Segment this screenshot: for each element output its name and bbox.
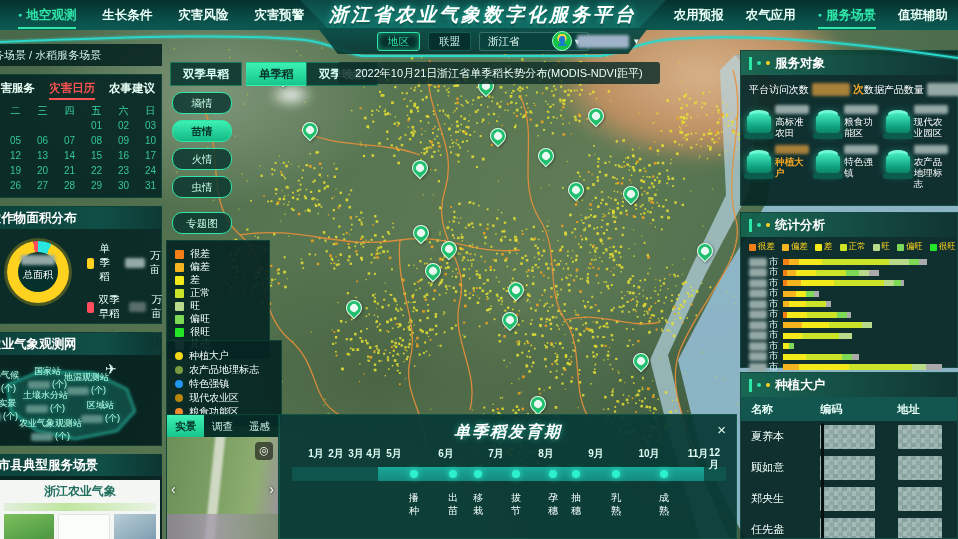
- side-button-墒情[interactable]: 墒情: [172, 92, 232, 114]
- calendar-day[interactable]: 28: [56, 178, 83, 193]
- phenology-stage-dot[interactable]: [474, 470, 482, 478]
- calendar-day[interactable]: 31: [137, 178, 164, 193]
- nav-item-值班辅助[interactable]: 值班辅助: [898, 7, 948, 24]
- calendar-day[interactable]: 12: [2, 148, 29, 163]
- nav-item-地空观测[interactable]: 地空观测: [18, 7, 76, 24]
- photo-next-button[interactable]: ›: [269, 481, 274, 497]
- phenology-stage-dot[interactable]: [572, 470, 580, 478]
- weekday-label: 五: [83, 104, 110, 118]
- photo-tab-遥感[interactable]: 遥感: [241, 415, 278, 437]
- service-card-现代农业园区[interactable]: 现代农业园区: [886, 105, 951, 139]
- calendar-day[interactable]: 02: [110, 118, 137, 133]
- weekday-label: 四: [56, 104, 83, 118]
- service-card-种植大户[interactable]: 种植大户: [747, 145, 812, 189]
- side-button-火情[interactable]: 火情: [172, 148, 232, 170]
- photo-tab-实景[interactable]: 实景: [167, 415, 204, 437]
- user-account[interactable]: 👤 ▾: [552, 31, 639, 51]
- calendar-day[interactable]: 09: [110, 133, 137, 148]
- table-row[interactable]: 任先盎: [741, 514, 957, 539]
- calendar-day[interactable]: 30: [110, 178, 137, 193]
- table-row[interactable]: 顾如意: [741, 452, 957, 483]
- camera-icon[interactable]: ◎: [255, 442, 273, 460]
- phenology-stage-dot[interactable]: [410, 470, 418, 478]
- webpage-maps: [4, 514, 156, 539]
- bar-segment: [814, 291, 819, 297]
- side-button-虫情[interactable]: 虫情: [172, 176, 232, 198]
- stat-bar-row: 市: [749, 320, 949, 331]
- phenology-stage-dot[interactable]: [660, 470, 668, 478]
- calendar-day[interactable]: 07: [56, 133, 83, 148]
- stacked-bar: [783, 259, 950, 265]
- stage-label: 移栽: [471, 491, 485, 517]
- calendar-day[interactable]: 05: [2, 133, 29, 148]
- photo-prev-button[interactable]: ‹: [171, 481, 176, 497]
- side-button-专题图[interactable]: 专题图: [172, 212, 232, 234]
- phenology-stage-dot[interactable]: [612, 470, 620, 478]
- scope-tab-region[interactable]: 地区: [377, 32, 420, 51]
- phenology-stage-dot[interactable]: [549, 470, 557, 478]
- calendar-day[interactable]: 15: [83, 148, 110, 163]
- calendar-day[interactable]: 22: [83, 163, 110, 178]
- weekday-label: 日: [137, 104, 164, 118]
- station-count: (个): [23, 402, 68, 415]
- table-row[interactable]: 夏养本: [741, 421, 957, 452]
- calendar-tab-农事建议[interactable]: 农事建议: [109, 81, 155, 100]
- legend-label: 种植大户: [189, 349, 229, 363]
- calendar-day[interactable]: 14: [56, 148, 83, 163]
- crop-tab-单季稻[interactable]: 单季稻: [246, 62, 307, 86]
- stage-label: 孕穗: [546, 491, 560, 517]
- table-row[interactable]: 郑央生: [741, 483, 957, 514]
- photo-tab-调查[interactable]: 调查: [204, 415, 241, 437]
- calendar-day[interactable]: 03: [137, 118, 164, 133]
- calendar-day[interactable]: 06: [29, 133, 56, 148]
- crop-tab-双季早稻[interactable]: 双季早稻: [170, 62, 242, 86]
- legend-label: 正常: [849, 241, 866, 253]
- embedded-webpage[interactable]: 浙江农业气象: [0, 480, 160, 539]
- service-card-特色强镇[interactable]: 特色强镇: [816, 145, 881, 189]
- nav-item-灾害风险[interactable]: 灾害风险: [178, 7, 228, 24]
- nav-item-农气应用[interactable]: 农气应用: [746, 7, 796, 24]
- table-scrollbar[interactable]: [821, 423, 824, 539]
- service-objects-header: 服务对象: [741, 51, 957, 75]
- webpage-map-thumb2: [114, 514, 156, 539]
- station-label: 区域站: [81, 399, 120, 412]
- marker-legend-item: 种植大户: [175, 349, 273, 362]
- side-button-苗情[interactable]: 苗情: [172, 120, 232, 142]
- calendar-day[interactable]: 08: [83, 133, 110, 148]
- legend-swatch: [87, 258, 94, 269]
- scope-tab-alliance[interactable]: 联盟: [428, 32, 471, 51]
- calendar-day[interactable]: 10: [137, 133, 164, 148]
- nav-item-农用预报[interactable]: 农用预报: [674, 7, 724, 24]
- nav-item-生长条件[interactable]: 生长条件: [102, 7, 152, 24]
- phenology-stage-dot[interactable]: [512, 470, 520, 478]
- service-card-粮食功能区[interactable]: 粮食功能区: [816, 105, 881, 139]
- phenology-stage-dot[interactable]: [449, 470, 457, 478]
- service-card-农产品地理标志[interactable]: 农产品地理标志: [886, 145, 951, 189]
- city-name-blurred: [749, 342, 767, 351]
- nav-item-服务场景[interactable]: 服务场景: [818, 7, 876, 24]
- calendar-day[interactable]: 20: [29, 163, 56, 178]
- calendar-tab-灾害日历[interactable]: 灾害日历: [49, 81, 95, 100]
- calendar-day[interactable]: 01: [83, 118, 110, 133]
- service-card-高标准农田[interactable]: 高标准农田: [747, 105, 812, 139]
- calendar-tab-灾害服务[interactable]: 灾害服务: [0, 81, 35, 100]
- close-icon[interactable]: ×: [717, 421, 726, 438]
- calendar-day[interactable]: 26: [2, 178, 29, 193]
- calendar-day[interactable]: 17: [137, 148, 164, 163]
- calendar-day[interactable]: 21: [56, 163, 83, 178]
- calendar-day[interactable]: 16: [110, 148, 137, 163]
- bar-segment: [789, 343, 794, 349]
- calendar-day[interactable]: 19: [2, 163, 29, 178]
- bar-segment: [852, 354, 859, 360]
- station-count-blurred: [67, 387, 89, 395]
- stacked-bar: [783, 291, 950, 297]
- legend-swatch: [175, 302, 184, 311]
- calendar-day[interactable]: 23: [110, 163, 137, 178]
- calendar-day[interactable]: 29: [83, 178, 110, 193]
- calendar-day[interactable]: 27: [29, 178, 56, 193]
- calendar-day[interactable]: 13: [29, 148, 56, 163]
- legend-label: 偏差: [791, 241, 808, 253]
- calendar-day[interactable]: 24: [137, 163, 164, 178]
- nav-item-灾害预警[interactable]: 灾害预警: [254, 7, 304, 24]
- card-label: 粮食功能区: [844, 116, 881, 138]
